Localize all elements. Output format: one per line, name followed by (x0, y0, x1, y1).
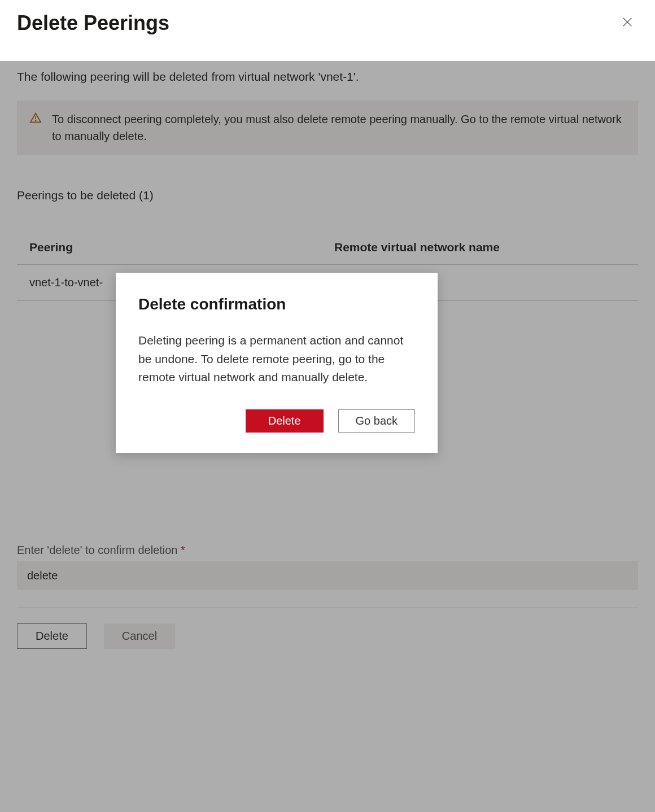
panel-header: Delete Peerings (0, 0, 655, 53)
close-button[interactable] (617, 11, 638, 36)
modal-text: Deleting peering is a permanent action a… (138, 331, 415, 387)
page-title: Delete Peerings (17, 11, 169, 35)
confirmation-modal: Delete confirmation Deleting peering is … (116, 273, 438, 453)
modal-buttons: Delete Go back (138, 409, 415, 433)
modal-goback-button[interactable]: Go back (338, 409, 415, 433)
modal-title: Delete confirmation (138, 295, 415, 313)
modal-delete-button[interactable]: Delete (246, 409, 324, 433)
close-icon (621, 16, 634, 31)
